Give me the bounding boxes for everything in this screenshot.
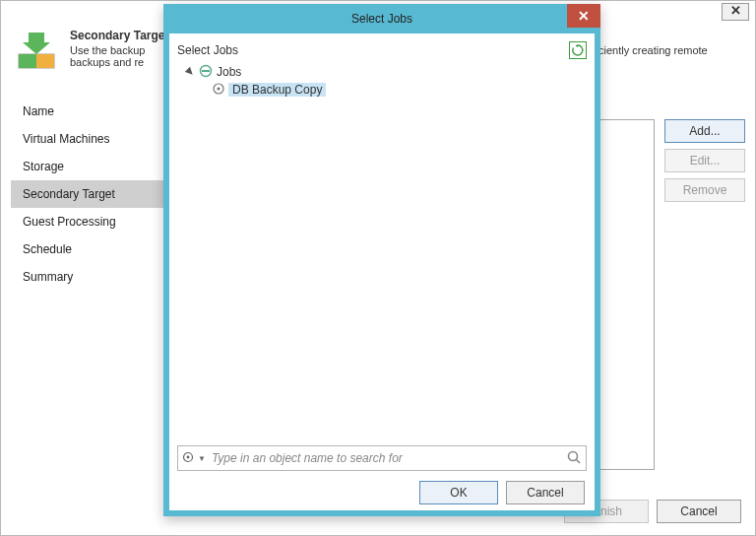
job-icon — [213, 83, 224, 98]
jobs-folder-icon — [199, 64, 213, 81]
dropdown-icon[interactable]: ▼ — [198, 454, 206, 463]
nav-storage[interactable]: Storage — [11, 153, 176, 180]
nav-summary[interactable]: Summary — [11, 263, 176, 291]
nav-guest-processing[interactable]: Guest Processing — [11, 208, 176, 235]
dialog-footer: OK Cancel — [169, 481, 595, 504]
wizard-cancel-button[interactable]: Cancel — [657, 500, 741, 523]
edit-button: Edit... — [664, 149, 745, 172]
remove-button: Remove — [664, 178, 745, 202]
wizard-step-icon — [15, 29, 58, 72]
dialog-caption: Select Jobs — [177, 43, 238, 57]
jobs-tree[interactable]: Jobs DB Backup Copy — [177, 61, 587, 441]
select-jobs-dialog: Select Jobs ✕ Select Jobs Jo — [163, 4, 600, 516]
svg-point-8 — [187, 455, 190, 458]
tree-root-label: Jobs — [217, 65, 241, 79]
svg-point-9 — [569, 451, 578, 460]
filter-gear-icon[interactable] — [182, 451, 194, 466]
svg-rect-2 — [36, 54, 54, 68]
dialog-title: Select Jobs — [351, 12, 412, 26]
add-button[interactable]: Add... — [664, 119, 745, 143]
dialog-titlebar[interactable]: Select Jobs ✕ — [163, 4, 600, 34]
nav-schedule[interactable]: Schedule — [11, 235, 176, 263]
tree-root-jobs[interactable]: Jobs — [177, 63, 587, 81]
close-icon: ✕ — [730, 3, 741, 18]
nav-secondary-target[interactable]: Secondary Target — [11, 180, 176, 208]
tree-item-db-backup-copy[interactable]: DB Backup Copy — [177, 81, 587, 99]
nav-name[interactable]: Name — [11, 98, 176, 125]
search-icon[interactable] — [566, 449, 582, 468]
dialog-close-button[interactable]: ✕ — [567, 4, 600, 28]
close-icon: ✕ — [578, 8, 590, 24]
svg-line-10 — [577, 459, 581, 463]
nav-virtual-machines[interactable]: Virtual Machines — [11, 125, 176, 153]
collapse-icon[interactable] — [185, 67, 195, 77]
cancel-button[interactable]: Cancel — [506, 481, 585, 504]
wizard-close-button[interactable]: ✕ — [722, 3, 749, 21]
refresh-icon — [572, 44, 584, 56]
refresh-button[interactable] — [569, 41, 587, 59]
svg-point-6 — [217, 87, 220, 90]
svg-rect-1 — [19, 54, 36, 68]
search-bar: ▼ — [177, 445, 587, 471]
svg-rect-4 — [202, 70, 210, 72]
wizard-nav: Name Virtual Machines Storage Secondary … — [11, 98, 176, 484]
ok-button[interactable]: OK — [419, 481, 498, 504]
search-input[interactable] — [210, 450, 562, 466]
tree-item-label: DB Backup Copy — [228, 83, 326, 97]
